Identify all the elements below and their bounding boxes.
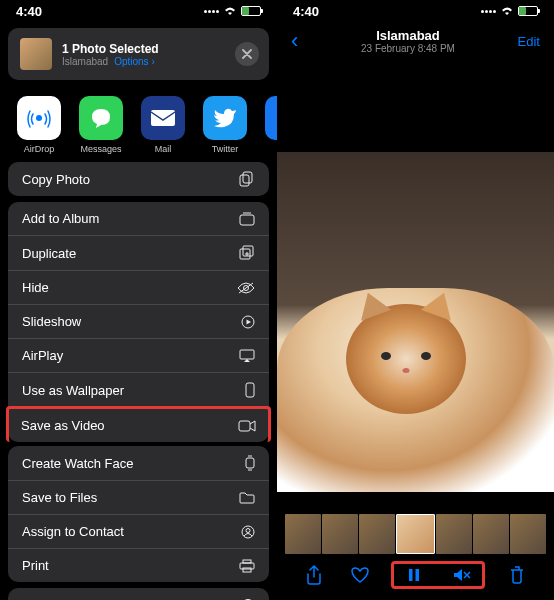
film-thumb[interactable] [473,514,509,554]
photo-header: ‹ Islamabad 23 February 8:48 PM Edit [277,22,554,62]
action-duplicate[interactable]: Duplicate [8,236,269,271]
film-thumb[interactable] [510,514,546,554]
share-apps-row: AirDrop Messages Mail Twitter Fa [0,86,277,162]
cellular-signal-icon [204,10,219,13]
photo-toolbar [277,556,554,594]
action-watch-face[interactable]: Create Watch Face [8,446,269,481]
phone-icon [245,382,255,398]
status-time: 4:40 [16,4,42,19]
film-thumb[interactable] [322,514,358,554]
svg-rect-9 [240,350,254,359]
status-time: 4:40 [293,4,319,19]
action-save-to-files[interactable]: Save to Files [8,481,269,515]
action-print[interactable]: Print [8,549,269,582]
heart-icon [351,567,369,583]
trash-icon [510,566,524,584]
svg-rect-4 [240,215,254,225]
action-add-to-album[interactable]: Add to Album [8,202,269,236]
svg-rect-16 [243,560,251,563]
share-icon [306,565,322,585]
svg-rect-12 [246,458,254,468]
app-label: Twitter [212,144,239,154]
action-slideshow[interactable]: Slideshow [8,305,269,339]
app-label: AirDrop [24,144,55,154]
contact-icon [241,525,255,539]
watch-icon [245,455,255,471]
battery-icon [241,6,261,16]
favorite-button[interactable] [346,567,374,583]
back-button[interactable]: ‹ [291,28,298,54]
action-label: Create Watch Face [22,456,134,471]
share-title: 1 Photo Selected [62,42,159,56]
app-twitter[interactable]: Twitter [200,96,250,154]
app-facebook[interactable]: Fa [262,96,277,154]
action-airplay[interactable]: AirPlay [8,339,269,373]
status-bar: 4:40 [0,0,277,22]
facebook-icon [265,96,277,140]
print-icon [239,559,255,573]
delete-button[interactable] [503,566,531,584]
airplay-icon [239,349,255,363]
share-button[interactable] [300,565,328,585]
status-right [204,6,261,16]
action-label: Copy Photo [22,172,90,187]
copy-icon [239,171,255,187]
mail-icon [141,96,185,140]
action-save-as-video[interactable]: Save as Video [6,406,271,442]
action-label: Assign to Contact [22,524,124,539]
action-assign-contact[interactable]: Assign to Contact [8,515,269,549]
svg-rect-1 [151,110,175,126]
svg-point-14 [246,528,250,532]
battery-icon [518,6,538,16]
app-messages[interactable]: Messages [76,96,126,154]
pause-icon [408,568,420,582]
photo-thumbnail [20,38,52,70]
folder-icon [239,492,255,504]
photo-viewer-panel: 4:40 ‹ Islamabad 23 February 8:48 PM Edi… [277,0,554,600]
svg-rect-20 [416,569,420,581]
mute-button[interactable] [448,568,476,582]
actions-list: Copy Photo Add to Album Duplicate Hide S… [0,162,277,600]
action-hide[interactable]: Hide [8,271,269,305]
film-thumb[interactable] [285,514,321,554]
share-location: Islamabad [62,56,108,67]
app-label: Mail [155,144,172,154]
action-label: Save as Video [21,418,105,433]
action-label: Save to Files [22,490,97,505]
edit-button[interactable]: Edit [518,34,540,49]
twitter-icon [203,96,247,140]
action-label: Duplicate [22,246,76,261]
film-thumb-active[interactable] [396,514,434,554]
svg-point-0 [36,115,42,121]
messages-icon [79,96,123,140]
app-label: Messages [80,144,121,154]
pause-button[interactable] [400,568,428,582]
action-save-draft[interactable]: Save as Draft [8,588,269,600]
airdrop-icon [17,96,61,140]
action-label: Print [22,558,49,573]
action-label: Add to Album [22,211,99,226]
filmstrip[interactable] [277,514,554,554]
wifi-icon [223,6,237,16]
film-thumb[interactable] [359,514,395,554]
close-button[interactable] [235,42,259,66]
action-label: AirPlay [22,348,63,363]
action-copy-photo[interactable]: Copy Photo [8,162,269,196]
action-label: Use as Wallpaper [22,383,124,398]
album-icon [239,212,255,226]
film-thumb[interactable] [436,514,472,554]
speaker-muted-icon [453,568,471,582]
cat-image [277,288,554,492]
svg-rect-19 [409,569,413,581]
video-icon [238,420,256,432]
photo-view[interactable] [277,152,554,492]
action-wallpaper[interactable]: Use as Wallpaper [8,373,269,408]
svg-rect-11 [239,421,250,431]
app-mail[interactable]: Mail [138,96,188,154]
svg-rect-3 [240,175,249,186]
status-right [481,6,538,16]
close-icon [242,49,252,59]
app-airdrop[interactable]: AirDrop [14,96,64,154]
options-link[interactable]: Options › [114,56,155,67]
action-label: Slideshow [22,314,81,329]
